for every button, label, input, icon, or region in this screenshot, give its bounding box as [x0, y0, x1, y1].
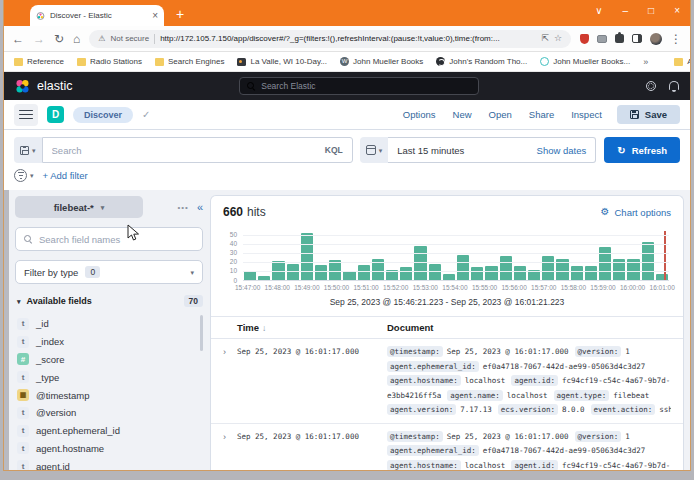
save-button[interactable]: Save	[617, 105, 680, 124]
index-pattern-options-icon[interactable]: •••	[177, 203, 188, 212]
add-filter-button[interactable]: + Add filter	[43, 170, 88, 181]
share-icon[interactable]: ⇱	[541, 34, 549, 43]
date-picker-menu-button[interactable]: ▾	[360, 137, 389, 163]
filter-by-type-select[interactable]: Filter by type 0 ▾	[15, 260, 203, 284]
field-name-pill: @version:	[575, 346, 622, 357]
topnav-item-open[interactable]: Open	[489, 109, 512, 120]
space-avatar[interactable]: D	[47, 106, 64, 123]
profile-avatar[interactable]	[650, 33, 662, 45]
expand-row-icon[interactable]: ›	[223, 430, 237, 444]
tab-title: Discover - Elastic	[50, 11, 147, 20]
gridline	[243, 235, 669, 236]
side-panel-icon[interactable]	[632, 34, 642, 43]
refresh-button[interactable]: ↻ Refresh	[604, 137, 680, 163]
all-bookmarks-button[interactable]: All Bookmarks	[674, 57, 690, 66]
browser-tab[interactable]: Discover - Elastic ×	[30, 5, 164, 26]
table-row[interactable]: ›Sep 25, 2023 @ 16:01:17.000@timestamp:S…	[211, 424, 683, 471]
breadcrumb[interactable]: Discover	[73, 107, 133, 123]
saved-query-menu-button[interactable]: ▾	[14, 137, 42, 163]
filter-count-badge: 0	[85, 266, 100, 278]
field-type-icon: t	[17, 318, 29, 330]
field-item[interactable]: t_type	[15, 368, 203, 386]
histogram-bar	[429, 264, 441, 281]
bookmark-item[interactable]: Radio Stations	[77, 57, 142, 66]
topnav-item-new[interactable]: New	[453, 109, 472, 120]
reload-icon[interactable]: ↻	[54, 33, 64, 45]
sort-descending-icon[interactable]: ↓	[262, 323, 266, 333]
global-search-input[interactable]	[261, 81, 471, 91]
bookmark-star-icon[interactable]: ☆	[554, 34, 562, 43]
menu-hamburger-icon[interactable]	[14, 104, 38, 126]
tab-close-icon[interactable]: ×	[152, 11, 158, 21]
scrollbar-thumb[interactable]	[200, 315, 203, 351]
filter-icon	[14, 169, 27, 182]
field-search-box[interactable]	[15, 227, 203, 251]
maximize-icon[interactable]: □	[648, 6, 654, 16]
histogram-bar	[287, 264, 299, 281]
field-item[interactable]: tagent.ephemeral_id	[15, 422, 203, 440]
field-item[interactable]: t_id	[15, 315, 203, 333]
bookmark-item[interactable]: La Valle, WI 10-Day...	[237, 57, 327, 66]
field-name-pill: @timestamp:	[387, 346, 443, 357]
topnav-item-share[interactable]: Share	[529, 109, 554, 120]
topnav-item-options[interactable]: Options	[403, 109, 436, 120]
security-label[interactable]: Not secure	[110, 34, 149, 43]
index-pattern-button[interactable]: filebeat-* ▾	[15, 196, 143, 218]
field-item[interactable]: #_score	[15, 351, 203, 369]
bookmark-item[interactable]: John's Random Tho...	[436, 57, 527, 66]
close-icon[interactable]: ×	[674, 6, 680, 16]
forward-icon[interactable]: →	[33, 33, 45, 45]
field-name: _index	[36, 336, 64, 347]
field-value: ef0a4718-7067-442d-ae99-05063d4c3d27	[483, 446, 646, 455]
window-menu-icon[interactable]: ∨	[595, 6, 602, 16]
address-bar[interactable]: ⚠ Not secure http://172.105.7.150/app/di…	[89, 30, 571, 48]
shield-extension-icon[interactable]	[580, 34, 589, 44]
bookmark-item[interactable]: Reference	[14, 57, 64, 66]
column-time[interactable]: Time ↓	[237, 322, 387, 333]
url-text[interactable]: http://172.105.7.150/app/discover#/?_g=(…	[160, 34, 536, 43]
available-fields-header[interactable]: ▾ Available fields 70	[15, 295, 203, 307]
histogram-bar	[585, 266, 597, 281]
show-dates-button[interactable]: Show dates	[537, 145, 587, 156]
field-item[interactable]: t_index	[15, 333, 203, 351]
bookmark-item[interactable]: John Mueller Books...	[540, 57, 630, 66]
field-item[interactable]: tagent.id	[15, 457, 203, 470]
collapse-sidebar-icon[interactable]: «	[197, 202, 203, 213]
expand-row-icon[interactable]: ›	[223, 345, 237, 359]
elastic-logo[interactable]: elastic	[15, 79, 72, 94]
y-axis-tick: 30	[217, 250, 237, 257]
chart-options-button[interactable]: ⚙ Chart options	[601, 207, 671, 218]
time-range-value[interactable]: Last 15 minutes	[397, 145, 464, 156]
kql-search-box[interactable]: KQL	[42, 137, 353, 163]
field-search-input[interactable]	[39, 234, 194, 245]
kql-search-input[interactable]	[52, 145, 325, 156]
screenshot-extension-icon[interactable]	[597, 35, 607, 43]
histogram-bar	[542, 256, 554, 281]
field-item[interactable]: t@version	[15, 404, 203, 422]
minimize-icon[interactable]: –	[623, 6, 629, 16]
table-row[interactable]: ›Sep 25, 2023 @ 16:01:17.000@timestamp:S…	[211, 339, 683, 424]
field-item[interactable]: ▦@timestamp	[15, 386, 203, 404]
field-name: @version	[36, 407, 76, 418]
new-tab-button[interactable]: +	[176, 7, 184, 21]
global-search-box[interactable]	[239, 77, 479, 95]
histogram-chart[interactable]: 01020304050	[243, 231, 669, 281]
extensions-puzzle-icon[interactable]	[615, 34, 624, 43]
menu-dots-icon[interactable]: ⋮	[670, 33, 682, 45]
kql-language-button[interactable]: KQL	[325, 145, 343, 155]
field-item[interactable]: tagent.hostname	[15, 440, 203, 458]
field-value: localhost	[507, 391, 548, 400]
bookmarks-overflow-icon[interactable]: »	[643, 57, 648, 67]
topnav-item-inspect[interactable]: Inspect	[571, 109, 602, 120]
time-range-field[interactable]: Last 15 minutes Show dates	[388, 137, 596, 163]
bookmark-item[interactable]: Search Engines	[155, 57, 224, 66]
filter-menu-button[interactable]: ▾	[14, 169, 34, 182]
bookmark-label: La Valle, WI 10-Day...	[250, 57, 327, 66]
back-icon[interactable]: ←	[12, 33, 24, 45]
home-icon[interactable]: ⌂	[73, 33, 80, 45]
help-icon[interactable]	[646, 81, 656, 91]
field-name-pill: agent.hostname:	[387, 460, 461, 471]
bookmark-item[interactable]: WJohn Mueller Books	[340, 57, 423, 66]
search-icon	[247, 82, 255, 90]
alerts-icon[interactable]	[669, 81, 679, 90]
